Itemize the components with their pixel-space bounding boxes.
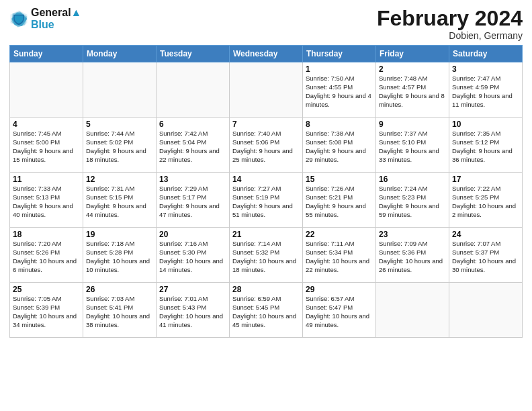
header: General▲ Blue February 2024 Dobien, Germ… xyxy=(9,7,523,41)
day-info: Sunrise: 7:20 AM Sunset: 5:26 PM Dayligh… xyxy=(13,240,80,274)
day-info: Sunrise: 7:33 AM Sunset: 5:13 PM Dayligh… xyxy=(13,185,80,219)
day-number: 9 xyxy=(379,120,446,129)
calendar-day-cell: 13Sunrise: 7:29 AM Sunset: 5:17 PM Dayli… xyxy=(157,173,230,228)
calendar-day-cell: 22Sunrise: 7:11 AM Sunset: 5:34 PM Dayli… xyxy=(303,228,376,283)
calendar-day-cell xyxy=(449,283,523,338)
day-info: Sunrise: 7:03 AM Sunset: 5:41 PM Dayligh… xyxy=(86,295,153,329)
day-number: 17 xyxy=(452,175,519,184)
calendar-col-header: Thursday xyxy=(303,46,376,62)
day-number: 2 xyxy=(379,64,446,74)
calendar-day-cell: 16Sunrise: 7:24 AM Sunset: 5:23 PM Dayli… xyxy=(376,173,449,228)
day-info: Sunrise: 7:14 AM Sunset: 5:32 PM Dayligh… xyxy=(232,240,300,274)
day-info: Sunrise: 7:38 AM Sunset: 5:08 PM Dayligh… xyxy=(306,130,373,164)
calendar-col-header: Tuesday xyxy=(157,46,230,62)
day-info: Sunrise: 7:48 AM Sunset: 4:57 PM Dayligh… xyxy=(379,75,446,109)
calendar-day-cell xyxy=(83,62,157,118)
calendar-day-cell: 24Sunrise: 7:07 AM Sunset: 5:37 PM Dayli… xyxy=(449,228,523,283)
calendar-day-cell: 15Sunrise: 7:26 AM Sunset: 5:21 PM Dayli… xyxy=(303,173,376,228)
calendar-day-cell: 8Sunrise: 7:38 AM Sunset: 5:08 PM Daylig… xyxy=(303,118,376,173)
calendar-col-header: Wednesday xyxy=(230,46,303,62)
day-info: Sunrise: 7:22 AM Sunset: 5:25 PM Dayligh… xyxy=(452,185,519,219)
day-info: Sunrise: 7:11 AM Sunset: 5:34 PM Dayligh… xyxy=(306,240,373,274)
day-info: Sunrise: 7:44 AM Sunset: 5:02 PM Dayligh… xyxy=(86,130,153,164)
calendar-day-cell: 2Sunrise: 7:48 AM Sunset: 4:57 PM Daylig… xyxy=(376,62,449,118)
logo-text: General▲ Blue xyxy=(31,7,81,32)
day-info: Sunrise: 6:59 AM Sunset: 5:45 PM Dayligh… xyxy=(232,295,300,329)
calendar-day-cell: 12Sunrise: 7:31 AM Sunset: 5:15 PM Dayli… xyxy=(83,173,157,228)
day-number: 22 xyxy=(306,230,373,239)
day-number: 5 xyxy=(86,120,153,129)
logo: General▲ Blue xyxy=(9,7,81,32)
calendar-day-cell: 29Sunrise: 6:57 AM Sunset: 5:47 PM Dayli… xyxy=(303,283,376,338)
day-number: 27 xyxy=(159,285,226,294)
day-info: Sunrise: 7:42 AM Sunset: 5:04 PM Dayligh… xyxy=(159,130,226,164)
calendar-col-header: Sunday xyxy=(10,46,83,62)
day-number: 21 xyxy=(232,230,300,239)
calendar-day-cell: 11Sunrise: 7:33 AM Sunset: 5:13 PM Dayli… xyxy=(10,173,83,228)
day-info: Sunrise: 7:31 AM Sunset: 5:15 PM Dayligh… xyxy=(86,185,153,219)
calendar-week-row: 18Sunrise: 7:20 AM Sunset: 5:26 PM Dayli… xyxy=(10,228,523,283)
calendar-day-cell: 9Sunrise: 7:37 AM Sunset: 5:10 PM Daylig… xyxy=(376,118,449,173)
title-block: February 2024 Dobien, Germany xyxy=(377,7,523,41)
day-info: Sunrise: 7:07 AM Sunset: 5:37 PM Dayligh… xyxy=(452,240,519,274)
calendar-day-cell: 4Sunrise: 7:45 AM Sunset: 5:00 PM Daylig… xyxy=(10,118,83,173)
day-number: 4 xyxy=(13,120,80,129)
calendar-week-row: 4Sunrise: 7:45 AM Sunset: 5:00 PM Daylig… xyxy=(10,118,523,173)
calendar-col-header: Friday xyxy=(376,46,449,62)
calendar-col-header: Saturday xyxy=(449,46,523,62)
calendar-day-cell: 18Sunrise: 7:20 AM Sunset: 5:26 PM Dayli… xyxy=(10,228,83,283)
day-info: Sunrise: 7:18 AM Sunset: 5:28 PM Dayligh… xyxy=(86,240,153,274)
calendar-day-cell xyxy=(376,283,449,338)
day-number: 29 xyxy=(306,285,373,294)
calendar-col-header: Monday xyxy=(83,46,157,62)
month-year: February 2024 xyxy=(377,7,523,30)
day-number: 16 xyxy=(379,175,446,184)
day-info: Sunrise: 7:09 AM Sunset: 5:36 PM Dayligh… xyxy=(379,240,446,274)
day-number: 8 xyxy=(306,120,373,129)
calendar-day-cell: 28Sunrise: 6:59 AM Sunset: 5:45 PM Dayli… xyxy=(230,283,303,338)
day-info: Sunrise: 7:27 AM Sunset: 5:19 PM Dayligh… xyxy=(232,185,300,219)
day-number: 20 xyxy=(159,230,226,239)
day-number: 15 xyxy=(306,175,373,184)
day-number: 6 xyxy=(159,120,226,129)
day-info: Sunrise: 7:40 AM Sunset: 5:06 PM Dayligh… xyxy=(232,130,300,164)
day-number: 13 xyxy=(159,175,226,184)
calendar-week-row: 25Sunrise: 7:05 AM Sunset: 5:39 PM Dayli… xyxy=(10,283,523,338)
day-info: Sunrise: 7:47 AM Sunset: 4:59 PM Dayligh… xyxy=(452,75,519,109)
calendar-day-cell: 23Sunrise: 7:09 AM Sunset: 5:36 PM Dayli… xyxy=(376,228,449,283)
day-info: Sunrise: 7:29 AM Sunset: 5:17 PM Dayligh… xyxy=(159,185,226,219)
calendar-day-cell: 20Sunrise: 7:16 AM Sunset: 5:30 PM Dayli… xyxy=(157,228,230,283)
calendar-day-cell: 6Sunrise: 7:42 AM Sunset: 5:04 PM Daylig… xyxy=(157,118,230,173)
day-info: Sunrise: 7:01 AM Sunset: 5:43 PM Dayligh… xyxy=(159,295,226,329)
calendar-day-cell: 17Sunrise: 7:22 AM Sunset: 5:25 PM Dayli… xyxy=(449,173,523,228)
day-info: Sunrise: 7:24 AM Sunset: 5:23 PM Dayligh… xyxy=(379,185,446,219)
day-number: 11 xyxy=(13,175,80,184)
day-number: 26 xyxy=(86,285,153,294)
day-number: 28 xyxy=(232,285,300,294)
calendar: SundayMondayTuesdayWednesdayThursdayFrid… xyxy=(9,45,523,338)
calendar-day-cell: 21Sunrise: 7:14 AM Sunset: 5:32 PM Dayli… xyxy=(230,228,303,283)
day-info: Sunrise: 7:45 AM Sunset: 5:00 PM Dayligh… xyxy=(13,130,80,164)
day-number: 10 xyxy=(452,120,519,129)
location: Dobien, Germany xyxy=(377,30,523,41)
day-info: Sunrise: 6:57 AM Sunset: 5:47 PM Dayligh… xyxy=(306,295,373,329)
day-info: Sunrise: 7:37 AM Sunset: 5:10 PM Dayligh… xyxy=(379,130,446,164)
logo-icon xyxy=(9,9,28,28)
day-info: Sunrise: 7:50 AM Sunset: 4:55 PM Dayligh… xyxy=(306,75,373,109)
calendar-day-cell: 3Sunrise: 7:47 AM Sunset: 4:59 PM Daylig… xyxy=(449,62,523,118)
day-info: Sunrise: 7:26 AM Sunset: 5:21 PM Dayligh… xyxy=(306,185,373,219)
day-number: 25 xyxy=(13,285,80,294)
day-number: 14 xyxy=(232,175,300,184)
day-info: Sunrise: 7:05 AM Sunset: 5:39 PM Dayligh… xyxy=(13,295,80,329)
day-number: 1 xyxy=(306,64,373,74)
calendar-day-cell: 19Sunrise: 7:18 AM Sunset: 5:28 PM Dayli… xyxy=(83,228,157,283)
calendar-day-cell xyxy=(157,62,230,118)
day-number: 18 xyxy=(13,230,80,239)
calendar-day-cell xyxy=(230,62,303,118)
day-number: 23 xyxy=(379,230,446,239)
day-number: 3 xyxy=(452,64,519,74)
calendar-week-row: 1Sunrise: 7:50 AM Sunset: 4:55 PM Daylig… xyxy=(10,62,523,118)
calendar-day-cell: 26Sunrise: 7:03 AM Sunset: 5:41 PM Dayli… xyxy=(83,283,157,338)
day-number: 24 xyxy=(452,230,519,239)
calendar-day-cell xyxy=(10,62,83,118)
